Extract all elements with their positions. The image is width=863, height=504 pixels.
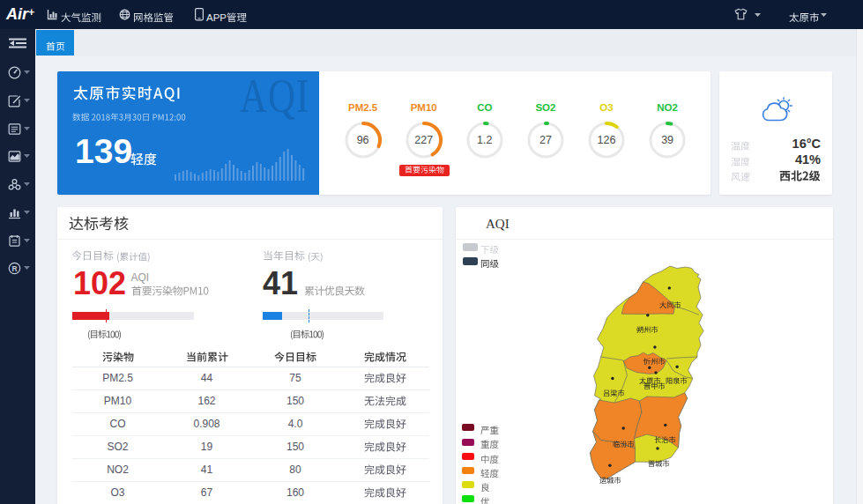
svg-text:R: R xyxy=(11,264,17,273)
